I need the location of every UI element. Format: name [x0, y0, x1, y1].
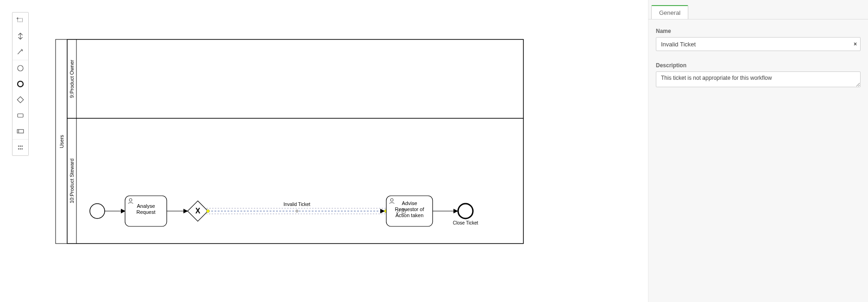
- lane1-label: 9:Product Owner: [69, 59, 75, 98]
- bpmn-svg: Users 9:Product Owner 10:Product Steward: [32, 0, 648, 302]
- task-analyse-request[interactable]: Analyse Request: [125, 196, 167, 226]
- start-event[interactable]: [90, 204, 105, 218]
- svg-rect-4: [17, 129, 24, 133]
- svg-point-18: [90, 204, 105, 218]
- svg-point-8: [22, 146, 23, 147]
- end-event-tool[interactable]: [13, 76, 28, 92]
- task-analyse-label: Analyse Request: [125, 203, 167, 215]
- svg-point-1: [18, 65, 23, 71]
- name-label: Name: [656, 28, 861, 34]
- name-input[interactable]: [656, 37, 861, 51]
- app-root: Users 9:Product Owner 10:Product Steward: [0, 0, 868, 302]
- description-label: Description: [656, 62, 861, 69]
- panel-tabs: General: [648, 0, 868, 19]
- gateway-tool[interactable]: [13, 92, 28, 108]
- task-advise-requestor[interactable]: Advise Requestor of Action taken: [386, 196, 433, 226]
- data-object-tool[interactable]: [13, 140, 28, 155]
- diagram-canvas[interactable]: Users 9:Product Owner 10:Product Steward: [32, 0, 648, 302]
- clear-name-icon[interactable]: ×: [854, 37, 857, 51]
- description-input[interactable]: [656, 71, 861, 87]
- svg-rect-0: [18, 19, 23, 22]
- svg-text:X: X: [195, 207, 201, 215]
- connect-tool[interactable]: [13, 44, 28, 60]
- svg-point-6: [19, 146, 19, 147]
- pool-label: Users: [59, 135, 64, 148]
- pool-tool[interactable]: [13, 123, 28, 139]
- tab-general-label: General: [659, 9, 680, 16]
- svg-point-9: [19, 148, 19, 149]
- tool-palette: [12, 12, 29, 156]
- start-event-tool[interactable]: [13, 60, 28, 76]
- lasso-tool[interactable]: [13, 28, 28, 44]
- end-event-label: Close Ticket: [453, 220, 478, 225]
- task-tool[interactable]: [13, 108, 28, 123]
- tab-general[interactable]: General: [651, 5, 688, 19]
- svg-point-11: [22, 148, 23, 149]
- svg-point-24: [207, 210, 209, 212]
- svg-point-26: [296, 210, 298, 212]
- svg-point-2: [18, 81, 23, 87]
- svg-point-10: [20, 148, 21, 149]
- lane2-label: 10:Product Steward: [69, 159, 75, 204]
- svg-point-7: [20, 146, 21, 147]
- flow-invalid-label: Invalid Ticket: [283, 202, 310, 207]
- svg-point-31: [458, 204, 473, 218]
- task-advise-label: Advise Requestor of Action taken: [386, 200, 433, 218]
- hand-tool[interactable]: [13, 13, 28, 28]
- properties-panel: General Name × Description: [648, 0, 868, 302]
- svg-rect-3: [18, 114, 23, 117]
